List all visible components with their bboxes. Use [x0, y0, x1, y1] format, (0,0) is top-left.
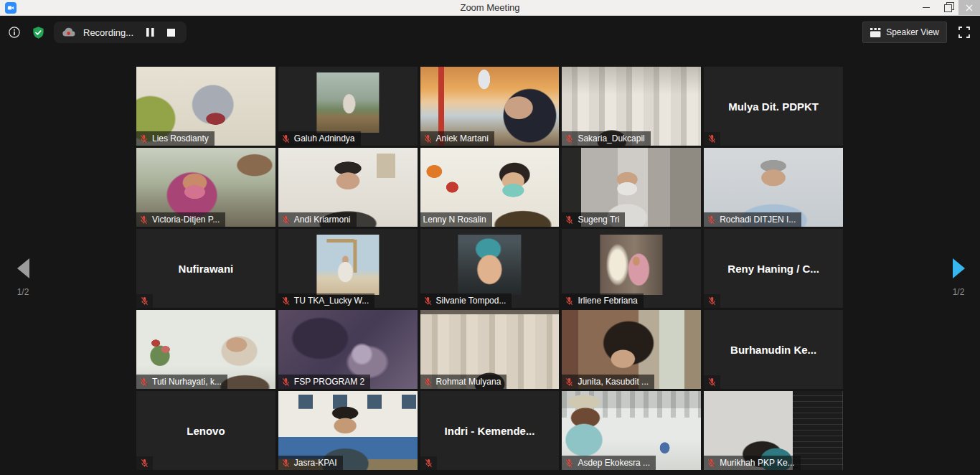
name-label: Asdep Ekokesra ... — [562, 456, 656, 470]
video-tile[interactable]: Jasra-KPAI — [278, 391, 418, 470]
video-tile[interactable]: Silvanie Tompod... — [420, 229, 560, 308]
next-page-nav: 1/2 — [944, 258, 973, 297]
next-page-arrow-icon[interactable] — [953, 258, 965, 278]
minimize-icon — [923, 7, 930, 8]
video-tile[interactable]: FSP PROGRAM 2 — [278, 310, 418, 389]
participant-name: Junita, Kasubdit ... — [578, 377, 649, 387]
mute-indicator — [136, 294, 153, 308]
meeting-area: Recording... Speaker View — [0, 16, 980, 475]
muted-mic-icon — [140, 296, 149, 306]
page-indicator-left: 1/2 — [17, 287, 29, 297]
video-tile[interactable]: Lenovo — [136, 391, 275, 470]
minimize-button[interactable] — [915, 0, 937, 15]
video-tile[interactable]: Andi Kriarmoni — [278, 148, 418, 227]
name-label: FSP PROGRAM 2 — [278, 375, 370, 389]
video-tile[interactable]: Lies Rosdianty — [136, 67, 275, 146]
video-tile[interactable]: Lenny N Rosalin — [420, 148, 560, 227]
fullscreen-button[interactable] — [956, 24, 972, 40]
previous-page-arrow-icon[interactable] — [17, 258, 29, 278]
mute-indicator — [704, 375, 720, 389]
video-tile[interactable]: Sakaria_Dukcapil — [562, 67, 701, 146]
muted-mic-icon — [281, 458, 291, 468]
info-icon — [8, 26, 21, 39]
participant-name: TU TKA_Lucky W... — [294, 296, 369, 306]
toolbar-right: Speaker View — [862, 22, 972, 43]
name-label: Sugeng Tri — [562, 212, 625, 227]
video-tile[interactable]: Victoria-Ditjen P... — [136, 148, 275, 227]
participant-name: Lenovo — [136, 391, 275, 470]
name-label: Junita, Kasubdit ... — [562, 375, 654, 389]
video-tile[interactable]: Indri - Kemende... — [420, 391, 560, 470]
name-label: Victoria-Ditjen P... — [136, 212, 225, 227]
participant-name: Sugeng Tri — [578, 215, 619, 225]
video-tile[interactable]: Junita, Kasubdit ... — [562, 310, 701, 389]
video-tile[interactable]: Murikhah PKP Ke... — [704, 391, 843, 470]
recording-status-text: Recording... — [83, 27, 133, 38]
close-button[interactable] — [958, 0, 980, 15]
participant-name: Reny Haning / C... — [704, 229, 843, 308]
name-label: Murikhah PKP Ke... — [704, 456, 801, 470]
muted-mic-icon — [707, 458, 716, 468]
participant-name: Jasra-KPAI — [294, 458, 337, 468]
muted-mic-icon — [423, 134, 433, 144]
restore-button[interactable] — [937, 0, 958, 15]
muted-mic-icon — [565, 134, 574, 144]
participant-name: Rohmat Mulyana — [436, 377, 501, 387]
muted-mic-icon — [424, 458, 433, 468]
participant-name: Asdep Ekokesra ... — [578, 458, 650, 468]
name-label: Irliene Febriana — [562, 293, 643, 308]
meeting-info-button[interactable] — [6, 24, 22, 40]
video-tile[interactable]: Burhanudin Ke... — [704, 310, 843, 389]
video-tile[interactable]: Aniek Martani — [420, 67, 560, 146]
video-tile[interactable]: TU TKA_Lucky W... — [278, 229, 418, 308]
participant-name: Irliene Febriana — [578, 296, 637, 306]
participant-name: Silvanie Tompod... — [436, 296, 507, 306]
video-tile[interactable]: Galuh Adnindya — [278, 67, 418, 146]
profile-photo — [458, 235, 521, 296]
participant-name: Nufirawani — [136, 229, 275, 308]
participant-name: Rochadi DITJEN I... — [720, 215, 796, 225]
speaker-view-button[interactable]: Speaker View — [862, 22, 947, 43]
name-label: Rochadi DITJEN I... — [704, 212, 801, 227]
video-tile[interactable]: Irliene Febriana — [562, 229, 701, 308]
close-icon — [966, 4, 973, 11]
window-titlebar: Zoom Meeting — [0, 0, 980, 16]
participant-grid: Lies RosdiantyGaluh AdnindyaAniek Martan… — [136, 67, 843, 470]
video-tile[interactable]: Sugeng Tri — [562, 148, 701, 227]
name-label: Lies Rosdianty — [136, 131, 215, 146]
profile-photo — [316, 235, 379, 296]
pause-recording-button[interactable] — [143, 25, 157, 39]
cloud-record-icon — [61, 27, 77, 38]
video-tile[interactable]: Mulya Dit. PDPKT — [704, 67, 843, 146]
video-tile[interactable]: Rochadi DITJEN I... — [704, 148, 843, 227]
name-label: Tuti Nurhayati, k... — [136, 375, 227, 389]
video-tile[interactable]: Tuti Nurhayati, k... — [136, 310, 275, 389]
profile-photo — [600, 235, 663, 296]
mute-indicator — [704, 294, 720, 308]
encryption-badge[interactable] — [30, 24, 46, 40]
stop-recording-button[interactable] — [164, 25, 178, 39]
video-tile[interactable]: Asdep Ekokesra ... — [562, 391, 701, 470]
muted-mic-icon — [707, 296, 717, 306]
participant-name: Lenny N Rosalin — [423, 215, 486, 225]
name-label: Aniek Martani — [420, 131, 494, 146]
muted-mic-icon — [139, 377, 149, 387]
muted-mic-icon — [423, 296, 433, 306]
muted-mic-icon — [281, 296, 291, 306]
participant-name: Indri - Kemende... — [420, 391, 560, 470]
muted-mic-icon — [281, 377, 291, 387]
participant-name: Sakaria_Dukcapil — [578, 133, 644, 144]
participant-name: Lies Rosdianty — [152, 133, 209, 144]
page-indicator-right: 1/2 — [953, 287, 965, 297]
muted-mic-icon — [281, 134, 291, 144]
name-label: Silvanie Tompod... — [420, 293, 512, 308]
muted-mic-icon — [707, 134, 717, 144]
participant-name: Mulya Dit. PDPKT — [704, 67, 843, 146]
zoom-app-icon — [5, 2, 17, 14]
video-tile[interactable]: Nufirawani — [136, 229, 275, 308]
name-label: Sakaria_Dukcapil — [562, 131, 650, 146]
video-tile[interactable]: Rohmat Mulyana — [420, 310, 560, 389]
mute-indicator — [704, 132, 720, 146]
video-tile[interactable]: Reny Haning / C... — [704, 229, 843, 308]
previous-page-nav: 1/2 — [9, 258, 37, 297]
